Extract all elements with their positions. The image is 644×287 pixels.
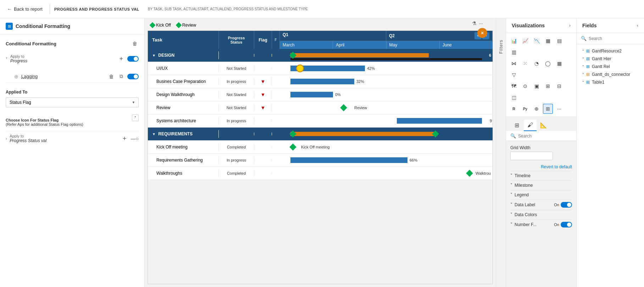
req-collapse-icon[interactable]: ▼ (152, 132, 156, 136)
lagging-label[interactable]: Lagging (21, 74, 105, 79)
cell-progress: Completed (219, 144, 254, 151)
table-icon[interactable]: ⊞ (543, 81, 553, 91)
fields-collapse-button[interactable]: ‹ (637, 23, 638, 28)
lagging-toggle[interactable] (127, 74, 139, 79)
chart-area: Kick Off Review × Task (145, 18, 496, 287)
map-icon[interactable]: 🗺 (509, 81, 519, 91)
cell-bar: 9 (280, 114, 493, 127)
list-item[interactable]: ˅ ⊞ Gantt Hier (577, 55, 644, 63)
data-colors-label: Data Colors (515, 212, 537, 217)
chevron-down-icon[interactable]: ˅ (6, 57, 7, 61)
number-format-toggle[interactable] (561, 222, 572, 227)
header-flag-label: Flag (259, 38, 267, 43)
milestone-legend: Kick Off Review × (148, 21, 493, 30)
gauge-icon[interactable]: ⊙ (520, 81, 530, 91)
bar-chart-icon[interactable]: 📊 (509, 36, 519, 46)
fields-search-input[interactable] (589, 36, 642, 41)
header-june: June (440, 41, 493, 49)
gantt-active-icon[interactable]: ⊞ (543, 104, 553, 114)
table-row: Systems architecture In progress 9 (148, 114, 493, 128)
line-chart-icon[interactable]: 📉 (532, 36, 542, 46)
main-area: ⊞ Conditional Formatting Conditional For… (0, 18, 644, 287)
revert-to-default-button[interactable]: Revert to default (510, 163, 572, 171)
cf-header: ⊞ Conditional Formatting (0, 18, 144, 34)
cell-bar: Walktrou (280, 167, 493, 180)
funnel-icon[interactable]: ▽ (509, 70, 519, 80)
scatter-icon[interactable]: ⁙ (520, 58, 530, 68)
area-chart-icon[interactable]: ▦ (543, 36, 553, 46)
header-may: May (387, 41, 440, 49)
drag-icon[interactable]: ⊕ (14, 74, 18, 79)
delete-cf-button[interactable]: 🗑 (131, 40, 139, 47)
list-item[interactable]: ˅ ⊞ Gantt_ds_connector (577, 71, 644, 78)
cell-progress: In progress (219, 117, 254, 124)
progress-toggle[interactable] (127, 56, 139, 62)
add-apply-button[interactable]: + (118, 55, 124, 63)
cell-flag (254, 172, 272, 175)
data-label-toggle[interactable] (561, 202, 572, 208)
group-collapse-icon[interactable]: ▼ (152, 54, 156, 57)
expand-icon: ˅ (582, 57, 584, 61)
data-label-section[interactable]: ˅ Data Label On (510, 199, 572, 210)
py-icon[interactable]: Py (520, 104, 530, 114)
ribbon-chart-icon[interactable]: ▥ (509, 47, 519, 57)
legend-review: Review (177, 23, 196, 28)
copy-lagging-button[interactable]: ⧉ (118, 73, 124, 80)
milestone-section[interactable]: ˅ Milestone (510, 180, 572, 190)
cell-task: Busines Case Preparation (148, 78, 219, 85)
viz-tab-format[interactable]: 🖌 (524, 120, 537, 131)
viz-tab-build[interactable]: ⊞ (510, 120, 523, 131)
card-icon[interactable]: ▣ (532, 81, 542, 91)
back-to-report-button[interactable]: ← Back to report (4, 5, 45, 13)
chevron-down2-icon[interactable]: › (6, 137, 7, 141)
grid-width-input[interactable]: 1 (510, 152, 553, 160)
cell-progress: Completed (219, 170, 254, 177)
viz-search-input[interactable] (518, 134, 572, 139)
table-icon: ⊞ (586, 56, 590, 61)
gantt-scroll-area[interactable]: ▼ DESIGN (148, 49, 493, 284)
data-colors-section[interactable]: ˅ Data Colors (510, 210, 572, 219)
more-viz-icon[interactable]: ··· (554, 104, 564, 114)
stacked-bar-icon[interactable]: ▤ (554, 36, 564, 46)
donut-chart-icon[interactable]: ◯ (543, 58, 553, 68)
combo-chart-icon[interactable]: ⋈ (509, 58, 519, 68)
cell-task: Design Walkthrough (148, 91, 219, 99)
expand-icon: ˅ (582, 65, 584, 69)
chevron-legend-icon: ˅ (510, 192, 512, 197)
timeline-label: Timeline (515, 173, 531, 178)
delete-lagging-button[interactable]: 🗑 (107, 73, 115, 80)
custom1-icon[interactable]: ⊕ (532, 104, 542, 114)
filter-button[interactable]: ⚗ (472, 21, 477, 26)
pie-chart-icon[interactable]: ◔ (532, 58, 542, 68)
cursor-dot (296, 64, 304, 72)
sa-progress: In progress (227, 119, 246, 123)
chevron-datalabel-icon: ˅ (510, 202, 512, 207)
matrix-icon[interactable]: ⊟ (554, 81, 564, 91)
ko-diamond-icon (289, 144, 296, 151)
viz-icon-row-1: 📊 📈 📉 ▦ ▤ ▥ (509, 36, 573, 57)
field-name: Table1 (592, 80, 604, 85)
june-label: June (443, 43, 452, 47)
viz-expand-button[interactable]: › (569, 23, 571, 28)
review-progress: Not Started (227, 106, 246, 110)
legend-section[interactable]: ˅ Legend (510, 190, 572, 199)
list-item[interactable]: ˅ ⊞ GantResource2 (577, 47, 644, 55)
treemap-icon[interactable]: ▦ (554, 58, 564, 68)
number-format-toggle-area: On (554, 222, 572, 227)
column-chart-icon[interactable]: 📈 (520, 36, 530, 46)
more-options-button[interactable]: ··· (479, 21, 483, 26)
status-flag-select[interactable]: Status Flag (6, 97, 139, 107)
list-item[interactable]: ˅ ⊞ Table1 (577, 78, 644, 86)
number-format-section[interactable]: ˅ Number F... On (510, 219, 572, 230)
icon-chevron-button[interactable]: ˅ (132, 114, 139, 121)
slicer-icon[interactable]: ◫ (509, 92, 519, 102)
r-icon[interactable]: R (509, 104, 519, 114)
close-button[interactable]: × (477, 28, 487, 38)
cell-task: Requirements Gathering (148, 156, 219, 164)
list-item[interactable]: ˅ ⊞ Gantt Rel (577, 63, 644, 71)
timeline-section[interactable]: ˅ Timeline (510, 171, 572, 180)
cell-task: Systems architecture (148, 117, 219, 125)
viz-tab-analytics[interactable]: 📐 (537, 120, 550, 131)
expand-icon: ˅ (582, 73, 584, 77)
add-apply2-button[interactable]: + (121, 134, 128, 143)
